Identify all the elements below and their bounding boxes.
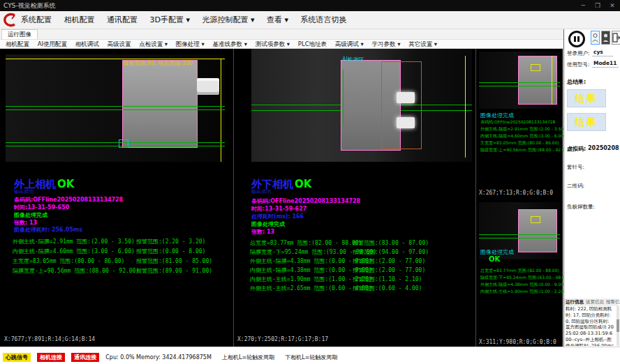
left-product-region — [122, 60, 198, 148]
exit-door-icon — [612, 31, 620, 44]
left-alarm-4: 报警范围:(89.00 - 91.00) — [136, 267, 212, 275]
comm-link-badge: 通讯连接 — [71, 353, 99, 362]
middle-sub-status: 输出成功 — [251, 188, 271, 195]
right-top-line-5: 隔膜宽度-上=90.56mm 范围:(88.00 - 92.00) — [480, 147, 569, 153]
needle-label: 套针号: — [567, 164, 584, 171]
toolbar-baseline-params[interactable]: 基准线参数 ▾ — [212, 40, 246, 47]
middle-alarm-6: 报警范围:(0.60 - 4.00) — [353, 285, 422, 292]
right-top-camera-image[interactable] — [479, 52, 560, 109]
toolbar-image-processing[interactable]: 图像处理 ▾ — [176, 40, 205, 47]
menu-item-language[interactable]: 系统语言切换 — [301, 15, 347, 24]
toolbar-ai-usage[interactable]: AI使用配置 — [38, 40, 67, 47]
left-process-time: 图像处理耗时: 256.05ms — [14, 226, 82, 234]
menu-item-camera-config[interactable]: 相机配置 — [64, 15, 95, 24]
user-dark-button[interactable] — [601, 31, 610, 45]
window-controls: ─ ❐ ✕ — [577, 0, 619, 11]
result-box-2: 结果 — [567, 113, 606, 131]
login-user-label: 登录用户: — [567, 50, 590, 57]
toolbar-plc-table[interactable]: PLC地址表 — [298, 40, 327, 47]
right-bottom-ok: OK — [489, 255, 500, 263]
left-meas-2: 内侧主线-隔膜=4.60mm 范围:(3.00 - 6.00) — [13, 248, 135, 255]
left-overlay-text: 目前宽值:93, 动态宽值:100 — [123, 59, 193, 67]
right-bottom-pixel-coords: X:311;Y:980;R:0;G:0;B:0 — [479, 339, 556, 345]
virtual-code-value: 20250208 — [588, 145, 619, 151]
camera-link-badge: 相机连接 — [37, 353, 65, 362]
model-label: 使用型号: — [567, 61, 590, 68]
right-bottom-line-1: 总宽度=83.77mm 范围:(82.00 - 88.00) — [480, 268, 559, 274]
app-window: CYS-视觉检测系统 ─ ❐ ✕ 系统配置 相机配置 通讯配置 3D手配置 ▾ … — [0, 0, 620, 364]
log-scrollbar[interactable] — [617, 305, 619, 346]
title-bar: CYS-视觉检测系统 — [0, 0, 620, 11]
left-process-done: 图像处理完成 — [14, 211, 47, 219]
toolbar-learning-params[interactable]: 学习参数 ▾ — [372, 40, 401, 47]
left-alarm-3: 报警范围:(81.00 - 85.00) — [136, 257, 212, 265]
log-tab-alarm[interactable]: 报警信息 — [606, 299, 620, 305]
middle-camera-image[interactable]: AI检测区 — [251, 49, 472, 162]
tab-run-image[interactable]: 运行图像 — [1, 29, 38, 39]
right-bottom-line-4: 内侧主线-主线=1.90mm 范围:(1.00 - 2.20) — [480, 289, 566, 295]
toolbar-advanced-debug[interactable]: 高级调试 ▾ — [335, 40, 364, 47]
total-result-label: 总结果: — [567, 78, 586, 86]
left-barcode: 条码码:OFFline20250208133134728 — [14, 196, 123, 204]
left-time: 时间:13-31-59-650 — [14, 204, 69, 211]
close-icon[interactable]: ✕ — [606, 0, 619, 11]
pause-button[interactable] — [568, 31, 585, 47]
log-textbox[interactable]: 耗时: 222, 凹陷检测耗时: 17, 凹陷分类耗时: 0, 凹陷提取分区耗时… — [564, 305, 616, 346]
right-top-line-4: 主宽度=83.05mm 范围:(80.00 - 86.00) — [480, 140, 559, 146]
middle-bright-blob-1 — [397, 92, 415, 103]
toolbar-test-params[interactable]: 测试项参数 ▾ — [256, 40, 290, 47]
middle-frame-count: 张数: 13 — [251, 228, 274, 236]
view-divider-1 — [233, 49, 234, 347]
menu-item-comm-config[interactable]: 通讯配置 — [107, 15, 138, 24]
user-icon — [591, 31, 599, 44]
middle-barcode: 条码码:OFFline20250208133134728 — [251, 197, 360, 205]
middle-pixel-coords: X:270;Y:2502;R:17;G:17;B:17 — [237, 336, 328, 342]
user-dark-icon — [602, 31, 610, 44]
left-sub-status: 输出成功 — [14, 188, 34, 195]
toolbar-other-settings[interactable]: 其它设置 ▾ — [408, 40, 437, 47]
log-tab-run[interactable]: 运行信息 — [566, 299, 584, 305]
middle-ai-box — [381, 61, 422, 149]
middle-bright-blob-2 — [397, 117, 415, 128]
maximize-icon[interactable]: ❐ — [591, 0, 604, 11]
middle-process-ms: 处理耗时(ms): 166 — [251, 213, 304, 220]
model-value[interactable]: Mode11 — [592, 60, 619, 68]
tab-strip — [0, 29, 620, 39]
minimize-icon[interactable]: ─ — [577, 0, 589, 11]
right-top-line-1: 条码码:OFFline20250208133134728 — [480, 119, 555, 126]
qr-code-label: 二维码: — [567, 183, 584, 190]
login-user-value[interactable]: cys — [592, 49, 613, 56]
left-meas-3: 主宽度=83.05mm 范围:(80.00 - 86.00) — [13, 257, 124, 265]
toolbar-camera-debug[interactable]: 相机调试 — [75, 40, 99, 47]
middle-process-done: 图像处理完成 — [251, 220, 285, 228]
middle-result-ok: OK — [295, 178, 311, 190]
toolbar-spot-check[interactable]: 点检设置 ▾ — [139, 40, 168, 47]
left-camera-image[interactable]: 目前宽值:93, 动态宽值:100 — [6, 54, 225, 162]
user-light-button[interactable] — [591, 31, 600, 45]
middle-overlay-text: AI检测区 — [342, 56, 364, 63]
toolbar: 相机配置 AI使用配置 相机调试 高级设置 点检设置 ▾ 图像处理 ▾ 基准线参… — [0, 39, 566, 49]
left-alarm-2: 报警范围:(0.00 - 8.00) — [136, 248, 205, 255]
cpu-memory-text: Cpu: 0.0% Memory: 3424.41796875M — [105, 354, 212, 361]
middle-alarm-4: 报警范围:(2.00 - 77.00) — [353, 266, 425, 274]
right-top-line-3: 内侧主线-隔膜=4.60mm 范围:(3.00 - 6.00) — [480, 133, 566, 139]
middle-alarm-1: 报警范围:(83.00 - 87.00) — [353, 239, 429, 247]
menu-item-3d-config[interactable]: 3D手配置 ▾ — [150, 15, 191, 24]
app-logo-icon — [3, 13, 18, 28]
left-meas-4: 隔膜宽度-上=90.56mm 范围:(88.00 - 92.00) — [13, 267, 139, 275]
virtual-code-label: 虚拟码: — [567, 145, 586, 153]
log-tab-settings[interactable]: 设置信息 — [586, 299, 604, 305]
menu-item-light-config[interactable]: 光源控制配置 ▾ — [202, 15, 255, 24]
middle-alarm-2: 报警范围:(94.00 - 97.00) — [353, 248, 429, 256]
menu-item-view[interactable]: 查看 ▾ — [267, 15, 288, 24]
menu-item-system-config[interactable]: 系统配置 — [21, 15, 52, 24]
upper-camera-trigger-text: 上相机L=轮触发周期 — [222, 354, 274, 361]
left-connector-blob — [197, 78, 219, 95]
view-divider-2 — [475, 49, 476, 347]
window-title: CYS-视觉检测系统 — [3, 2, 56, 9]
menu-items: 系统配置 相机配置 通讯配置 3D手配置 ▾ 光源控制配置 ▾ 查看 ▾ 系统语… — [21, 11, 357, 29]
exit-button[interactable] — [612, 31, 620, 45]
toolbar-advanced-settings[interactable]: 高级设置 — [107, 40, 131, 47]
toolbar-camera-config[interactable]: 相机配置 — [6, 40, 29, 47]
heartbeat-badge: 心跳信号 — [3, 353, 31, 362]
